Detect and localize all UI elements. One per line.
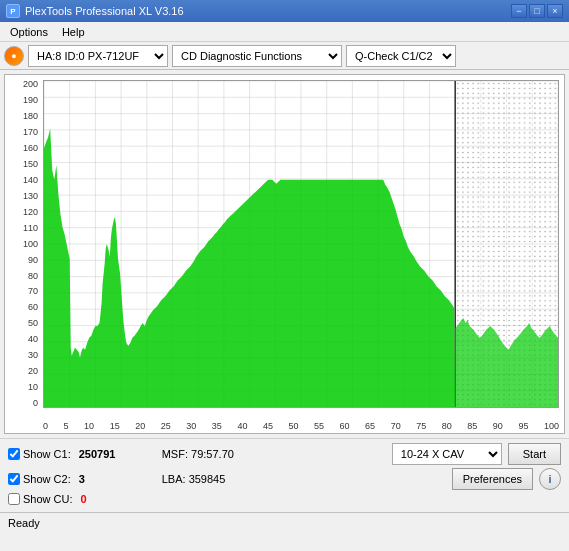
c1-value: 250791 <box>79 448 134 460</box>
lba-section: LBA: 359845 <box>162 473 226 485</box>
maximize-button[interactable]: □ <box>529 4 545 18</box>
start-button[interactable]: Start <box>508 443 561 465</box>
msf-section: MSF: 79:57.70 <box>162 448 234 460</box>
device-select[interactable]: HA:8 ID:0 PX-712UF <box>28 45 168 67</box>
test-select[interactable]: Q-Check C1/C2 Test <box>346 45 456 67</box>
minimize-button[interactable]: − <box>511 4 527 18</box>
cu-group: Show CU: <box>8 493 73 505</box>
chart-container: 0 10 20 30 40 50 60 70 80 90 100 110 120… <box>4 74 565 434</box>
msf-label: MSF: <box>162 448 188 460</box>
lba-value: 359845 <box>189 473 226 485</box>
c1-group: Show C1: <box>8 448 71 460</box>
stats-row-2: Show C2: 3 LBA: 359845 Preferences i <box>8 468 561 490</box>
chart-area <box>43 80 559 408</box>
menu-bar: Options Help <box>0 22 569 42</box>
c2-checkbox[interactable] <box>8 473 20 485</box>
c2-label: Show C2: <box>23 473 71 485</box>
cu-label: Show CU: <box>23 493 73 505</box>
right-controls-2: Preferences i <box>452 468 561 490</box>
title-bar: P PlexTools Professional XL V3.16 − □ × <box>0 0 569 22</box>
speed-select[interactable]: 10-24 X CAV 4 X CLV 8 X CLV 16 X CAV 24 … <box>392 443 502 465</box>
close-button[interactable]: × <box>547 4 563 18</box>
stats-panel: Show C1: 250791 MSF: 79:57.70 10-24 X CA… <box>0 438 569 512</box>
stats-row-3: Show CU: 0 <box>8 493 561 505</box>
menu-options[interactable]: Options <box>4 24 54 40</box>
status-bar: Ready <box>0 512 569 532</box>
info-icon: i <box>548 473 551 485</box>
device-icon: ● <box>4 46 24 66</box>
x-axis: 0 5 10 15 20 25 30 35 40 45 50 55 60 65 … <box>43 421 559 431</box>
c1-label: Show C1: <box>23 448 71 460</box>
app-icon: P <box>6 4 20 18</box>
msf-value: 79:57.70 <box>191 448 234 460</box>
preferences-button[interactable]: Preferences <box>452 468 533 490</box>
cu-checkbox[interactable] <box>8 493 20 505</box>
toolbar: ● HA:8 ID:0 PX-712UF CD Diagnostic Funct… <box>0 42 569 70</box>
menu-help[interactable]: Help <box>56 24 91 40</box>
lba-label: LBA: <box>162 473 186 485</box>
chart-svg <box>44 81 558 407</box>
info-button[interactable]: i <box>539 468 561 490</box>
c2-group: Show C2: <box>8 473 71 485</box>
c1-checkbox[interactable] <box>8 448 20 460</box>
window-title: PlexTools Professional XL V3.16 <box>25 5 184 17</box>
status-text: Ready <box>8 517 40 529</box>
y-axis: 0 10 20 30 40 50 60 70 80 90 100 110 120… <box>5 80 41 408</box>
right-controls-1: 10-24 X CAV 4 X CLV 8 X CLV 16 X CAV 24 … <box>392 443 561 465</box>
function-select[interactable]: CD Diagnostic Functions <box>172 45 342 67</box>
c2-value: 3 <box>79 473 134 485</box>
stats-row-1: Show C1: 250791 MSF: 79:57.70 10-24 X CA… <box>8 443 561 465</box>
cu-value: 0 <box>81 493 136 505</box>
